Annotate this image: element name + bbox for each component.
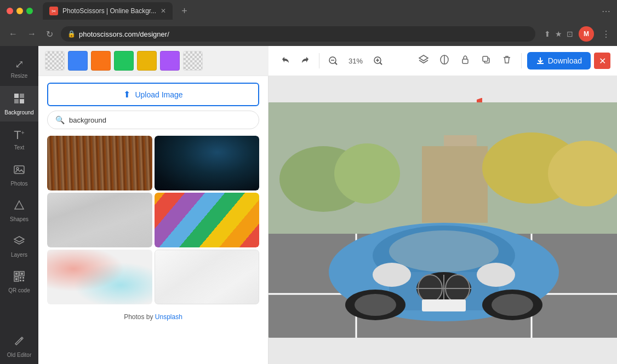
shapes-label: Shapes <box>10 216 28 222</box>
share-icon[interactable]: ⬆ <box>544 30 551 38</box>
redo-button[interactable] <box>297 53 313 69</box>
main-canvas-image <box>268 102 617 338</box>
background-icon <box>13 93 25 107</box>
svg-rect-9 <box>21 273 23 275</box>
search-input[interactable] <box>69 116 251 124</box>
qrcode-icon <box>13 270 25 285</box>
background-thumb-wood[interactable] <box>47 136 152 190</box>
app-container: ⤢ Resize Background T+ Text <box>0 46 617 364</box>
tab-favicon: ✂ <box>49 7 58 15</box>
duplicate-button[interactable] <box>477 52 495 70</box>
browser-dots <box>7 8 33 14</box>
canvas-area <box>268 76 617 364</box>
svg-rect-29 <box>444 135 477 146</box>
toolbar-separator <box>319 53 319 68</box>
browser-menu-button[interactable]: ⋮ <box>602 29 610 39</box>
unsplash-link[interactable]: Unsplash <box>155 313 182 321</box>
close-window-button[interactable] <box>7 8 13 14</box>
address-bar[interactable]: 🔒 photoscissors.com/designer/ <box>61 26 535 42</box>
svg-rect-28 <box>422 146 488 223</box>
tool-text[interactable]: T+ Text <box>0 122 38 157</box>
tab-close-button[interactable]: ✕ <box>161 7 166 15</box>
qrcode-label: QR code <box>8 287 30 293</box>
new-tab-button[interactable]: + <box>181 5 187 17</box>
undo-button[interactable] <box>277 53 294 69</box>
close-icon: ✕ <box>599 56 606 66</box>
zoom-level: 31% <box>345 57 367 65</box>
svg-rect-1 <box>20 94 24 98</box>
text-label: Text <box>14 145 24 151</box>
svg-rect-0 <box>14 94 19 98</box>
back-button[interactable]: ← <box>7 27 20 41</box>
svg-point-31 <box>334 143 400 204</box>
browser-chrome: ✂ PhotoScissors | Online Backgr... ✕ + ⋯… <box>0 0 617 46</box>
browser-expand-icon[interactable]: ⋯ <box>602 6 610 16</box>
tool-shapes[interactable]: Shapes <box>0 193 38 228</box>
old-editor-icon <box>13 335 25 350</box>
color-swatch-purple[interactable] <box>160 51 180 71</box>
tabs-icon[interactable]: ⊡ <box>567 30 573 38</box>
svg-rect-12 <box>20 277 21 279</box>
browser-tab[interactable]: ✂ PhotoScissors | Online Backgr... ✕ <box>43 2 173 20</box>
bookmark-icon[interactable]: ★ <box>555 30 562 38</box>
svg-rect-3 <box>20 99 24 103</box>
tool-background[interactable]: Background <box>0 86 38 122</box>
background-thumb-dark-clouds[interactable] <box>155 136 260 190</box>
forward-button[interactable]: → <box>25 27 38 41</box>
transparent-swatch-right[interactable] <box>183 51 203 71</box>
panel-top <box>38 46 268 76</box>
color-swatch-orange[interactable] <box>91 51 111 71</box>
main-toolbar: 31% <box>268 46 617 76</box>
minimize-window-button[interactable] <box>16 8 23 14</box>
browser-titlebar: ✂ PhotoScissors | Online Backgr... ✕ + ⋯ <box>0 0 617 22</box>
background-thumb-colorful-stripes[interactable] <box>155 193 260 247</box>
tools-sidebar: ⤢ Resize Background T+ Text <box>0 46 38 364</box>
color-swatch-yellow[interactable] <box>137 51 157 71</box>
svg-rect-15 <box>22 280 24 281</box>
search-bar: 🔍 <box>47 111 259 129</box>
panel-content: ⬆ Upload Image 🔍 <box>38 76 268 364</box>
tool-resize[interactable]: ⤢ Resize <box>0 50 38 86</box>
maximize-window-button[interactable] <box>26 8 33 14</box>
refresh-button[interactable]: ↻ <box>44 27 55 42</box>
background-thumb-gray-texture[interactable] <box>47 193 152 247</box>
tool-old-editor[interactable]: Old Editor <box>0 328 38 364</box>
zoom-out-button[interactable] <box>325 53 341 69</box>
lock-button[interactable] <box>456 52 474 70</box>
browser-navbar: ← → ↻ 🔒 photoscissors.com/designer/ ⬆ ★ … <box>0 22 617 46</box>
zoom-in-button[interactable] <box>370 53 386 69</box>
nav-icons: ⬆ ★ ⊡ <box>544 30 573 38</box>
delete-button[interactable] <box>498 52 516 70</box>
old-editor-label: Old Editor <box>7 352 31 358</box>
download-button[interactable]: Download <box>527 52 591 70</box>
background-label: Background <box>4 109 33 115</box>
opacity-button[interactable] <box>436 52 453 70</box>
tool-qrcode[interactable]: QR code <box>0 264 38 299</box>
resize-label: Resize <box>11 73 28 79</box>
background-thumb-white-texture[interactable] <box>155 250 260 304</box>
user-avatar[interactable]: M <box>579 26 594 42</box>
svg-point-41 <box>373 263 411 287</box>
svg-point-50 <box>355 294 396 316</box>
svg-point-53 <box>389 230 499 272</box>
transparent-swatch-left[interactable] <box>45 51 65 71</box>
close-button[interactable]: ✕ <box>594 53 610 69</box>
search-icon: 🔍 <box>55 115 65 124</box>
tool-layers[interactable]: Layers <box>0 228 38 264</box>
photos-icon <box>13 164 25 178</box>
tool-photos[interactable]: Photos <box>0 157 38 193</box>
upload-image-button[interactable]: ⬆ Upload Image <box>47 83 259 106</box>
svg-line-22 <box>380 62 382 65</box>
svg-rect-2 <box>14 99 19 103</box>
shapes-icon <box>13 199 25 214</box>
svg-rect-48 <box>422 299 466 311</box>
layers-label: Layers <box>11 252 27 258</box>
color-swatch-blue[interactable] <box>68 51 88 71</box>
resize-icon: ⤢ <box>15 57 24 71</box>
canvas-image-container[interactable] <box>268 102 617 338</box>
download-label: Download <box>548 56 582 65</box>
background-thumb-watercolor[interactable] <box>47 250 152 304</box>
layers-panel-button[interactable] <box>415 52 432 70</box>
color-swatch-green[interactable] <box>114 51 134 71</box>
photos-by: Photos by Unsplash <box>38 309 268 325</box>
